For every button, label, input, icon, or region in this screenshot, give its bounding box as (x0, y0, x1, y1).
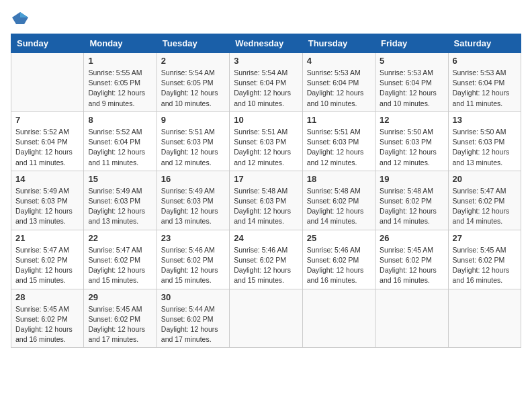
calendar-cell: 22 Sunrise: 5:47 AMSunset: 6:02 PMDaylig… (84, 230, 157, 289)
calendar-cell: 8 Sunrise: 5:52 AMSunset: 6:04 PMDayligh… (84, 111, 157, 171)
weekday-header-sunday: Sunday (11, 34, 84, 53)
calendar-cell: 10 Sunrise: 5:51 AMSunset: 6:03 PMDaylig… (230, 111, 302, 171)
day-info: Sunrise: 5:51 AMSunset: 6:03 PMDaylight:… (161, 127, 225, 168)
calendar-cell (375, 289, 448, 348)
day-number: 26 (380, 233, 443, 243)
day-info: Sunrise: 5:53 AMSunset: 6:04 PMDaylight:… (453, 68, 517, 109)
day-number: 2 (161, 56, 225, 66)
calendar-cell: 28 Sunrise: 5:45 AMSunset: 6:02 PMDaylig… (11, 289, 84, 348)
week-row-1: 1 Sunrise: 5:55 AMSunset: 6:05 PMDayligh… (11, 53, 521, 112)
weekday-header-friday: Friday (375, 34, 448, 53)
day-info: Sunrise: 5:46 AMSunset: 6:02 PMDaylight:… (161, 245, 225, 286)
calendar-cell: 26 Sunrise: 5:45 AMSunset: 6:02 PMDaylig… (375, 230, 448, 289)
day-info: Sunrise: 5:48 AMSunset: 6:03 PMDaylight:… (234, 186, 298, 227)
calendar-cell: 23 Sunrise: 5:46 AMSunset: 6:02 PMDaylig… (157, 230, 229, 289)
day-number: 25 (307, 233, 371, 243)
day-number: 14 (15, 174, 79, 184)
day-info: Sunrise: 5:45 AMSunset: 6:02 PMDaylight:… (453, 245, 517, 286)
day-info: Sunrise: 5:51 AMSunset: 6:03 PMDaylight:… (234, 127, 298, 168)
calendar-cell: 9 Sunrise: 5:51 AMSunset: 6:03 PMDayligh… (157, 111, 229, 171)
day-info: Sunrise: 5:47 AMSunset: 6:02 PMDaylight:… (453, 186, 517, 227)
day-number: 23 (161, 233, 225, 243)
calendar-cell: 25 Sunrise: 5:46 AMSunset: 6:02 PMDaylig… (302, 230, 375, 289)
day-number: 16 (161, 174, 225, 184)
calendar-cell: 7 Sunrise: 5:52 AMSunset: 6:04 PMDayligh… (11, 111, 84, 171)
logo-icon (11, 11, 30, 26)
day-number: 9 (161, 115, 225, 125)
calendar-cell: 15 Sunrise: 5:49 AMSunset: 6:03 PMDaylig… (84, 171, 157, 230)
day-number: 6 (453, 56, 517, 66)
day-info: Sunrise: 5:48 AMSunset: 6:02 PMDaylight:… (307, 186, 371, 227)
weekday-header-row: SundayMondayTuesdayWednesdayThursdayFrid… (11, 34, 521, 53)
day-number: 29 (88, 292, 152, 302)
day-info: Sunrise: 5:53 AMSunset: 6:04 PMDaylight:… (380, 68, 443, 109)
day-info: Sunrise: 5:49 AMSunset: 6:03 PMDaylight:… (161, 186, 225, 227)
calendar-cell: 4 Sunrise: 5:53 AMSunset: 6:04 PMDayligh… (302, 53, 375, 112)
day-number: 1 (88, 56, 152, 66)
calendar-cell: 2 Sunrise: 5:54 AMSunset: 6:05 PMDayligh… (157, 53, 229, 112)
day-number: 30 (161, 292, 225, 302)
day-number: 18 (307, 174, 371, 184)
day-number: 11 (307, 115, 371, 125)
day-info: Sunrise: 5:44 AMSunset: 6:02 PMDaylight:… (161, 304, 225, 345)
day-info: Sunrise: 5:54 AMSunset: 6:05 PMDaylight:… (161, 68, 225, 109)
day-number: 3 (234, 56, 298, 66)
calendar-cell: 30 Sunrise: 5:44 AMSunset: 6:02 PMDaylig… (157, 289, 229, 348)
weekday-header-saturday: Saturday (448, 34, 521, 53)
logo (11, 11, 32, 26)
day-info: Sunrise: 5:50 AMSunset: 6:03 PMDaylight:… (380, 127, 443, 168)
calendar-cell: 17 Sunrise: 5:48 AMSunset: 6:03 PMDaylig… (230, 171, 302, 230)
calendar-cell (11, 53, 84, 112)
week-row-3: 14 Sunrise: 5:49 AMSunset: 6:03 PMDaylig… (11, 171, 521, 230)
calendar-cell (230, 289, 302, 348)
day-info: Sunrise: 5:46 AMSunset: 6:02 PMDaylight:… (307, 245, 371, 286)
calendar-cell: 14 Sunrise: 5:49 AMSunset: 6:03 PMDaylig… (11, 171, 84, 230)
day-info: Sunrise: 5:53 AMSunset: 6:04 PMDaylight:… (307, 68, 371, 109)
day-number: 8 (88, 115, 152, 125)
day-number: 21 (15, 233, 79, 243)
day-info: Sunrise: 5:51 AMSunset: 6:03 PMDaylight:… (307, 127, 371, 168)
calendar-cell: 11 Sunrise: 5:51 AMSunset: 6:03 PMDaylig… (302, 111, 375, 171)
week-row-2: 7 Sunrise: 5:52 AMSunset: 6:04 PMDayligh… (11, 111, 521, 171)
day-number: 15 (88, 174, 152, 184)
day-info: Sunrise: 5:46 AMSunset: 6:02 PMDaylight:… (234, 245, 298, 286)
day-number: 7 (15, 115, 79, 125)
day-info: Sunrise: 5:45 AMSunset: 6:02 PMDaylight:… (15, 304, 79, 345)
day-number: 27 (453, 233, 517, 243)
day-info: Sunrise: 5:49 AMSunset: 6:03 PMDaylight:… (88, 186, 152, 227)
week-row-5: 28 Sunrise: 5:45 AMSunset: 6:02 PMDaylig… (11, 289, 521, 348)
calendar-cell: 3 Sunrise: 5:54 AMSunset: 6:04 PMDayligh… (230, 53, 302, 112)
day-info: Sunrise: 5:49 AMSunset: 6:03 PMDaylight:… (15, 186, 79, 227)
day-info: Sunrise: 5:45 AMSunset: 6:02 PMDaylight:… (88, 304, 152, 345)
day-number: 5 (380, 56, 443, 66)
calendar-cell: 24 Sunrise: 5:46 AMSunset: 6:02 PMDaylig… (230, 230, 302, 289)
day-number: 17 (234, 174, 298, 184)
day-info: Sunrise: 5:48 AMSunset: 6:02 PMDaylight:… (380, 186, 443, 227)
day-number: 22 (88, 233, 152, 243)
day-info: Sunrise: 5:50 AMSunset: 6:03 PMDaylight:… (453, 127, 517, 168)
day-number: 24 (234, 233, 298, 243)
day-info: Sunrise: 5:52 AMSunset: 6:04 PMDaylight:… (15, 127, 79, 168)
day-number: 20 (453, 174, 517, 184)
calendar-cell: 16 Sunrise: 5:49 AMSunset: 6:03 PMDaylig… (157, 171, 229, 230)
calendar-cell: 12 Sunrise: 5:50 AMSunset: 6:03 PMDaylig… (375, 111, 448, 171)
day-info: Sunrise: 5:47 AMSunset: 6:02 PMDaylight:… (88, 245, 152, 286)
day-info: Sunrise: 5:54 AMSunset: 6:04 PMDaylight:… (234, 68, 298, 109)
calendar-cell (448, 289, 521, 348)
svg-marker-1 (20, 12, 28, 17)
day-number: 10 (234, 115, 298, 125)
calendar-cell: 6 Sunrise: 5:53 AMSunset: 6:04 PMDayligh… (448, 53, 521, 112)
day-info: Sunrise: 5:45 AMSunset: 6:02 PMDaylight:… (380, 245, 443, 286)
calendar-cell: 29 Sunrise: 5:45 AMSunset: 6:02 PMDaylig… (84, 289, 157, 348)
calendar-cell: 19 Sunrise: 5:48 AMSunset: 6:02 PMDaylig… (375, 171, 448, 230)
calendar-cell: 5 Sunrise: 5:53 AMSunset: 6:04 PMDayligh… (375, 53, 448, 112)
calendar-cell: 18 Sunrise: 5:48 AMSunset: 6:02 PMDaylig… (302, 171, 375, 230)
day-number: 28 (15, 292, 79, 302)
weekday-header-wednesday: Wednesday (230, 34, 302, 53)
day-info: Sunrise: 5:47 AMSunset: 6:02 PMDaylight:… (15, 245, 79, 286)
calendar-cell: 1 Sunrise: 5:55 AMSunset: 6:05 PMDayligh… (84, 53, 157, 112)
weekday-header-thursday: Thursday (302, 34, 375, 53)
calendar-cell: 20 Sunrise: 5:47 AMSunset: 6:02 PMDaylig… (448, 171, 521, 230)
day-number: 13 (453, 115, 517, 125)
weekday-header-tuesday: Tuesday (157, 34, 229, 53)
